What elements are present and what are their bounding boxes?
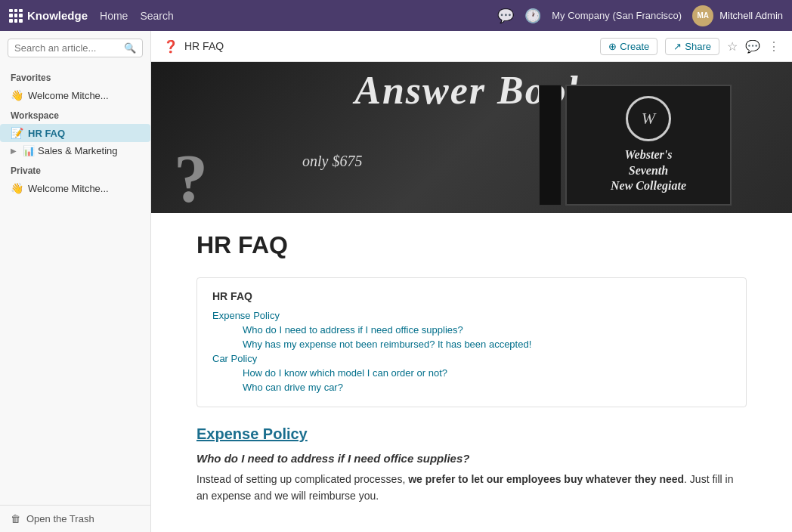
grid-icon: [9, 9, 23, 23]
star-icon[interactable]: ☆: [727, 39, 738, 54]
content-area: ❓ HR FAQ ⊕ Create ↗ Share ☆ 💬 ⋮ Answe: [151, 31, 792, 532]
chart-icon: 📊: [23, 145, 35, 156]
book-emblem: W: [626, 96, 671, 141]
toc-title: HR FAQ: [212, 290, 731, 302]
sidebar-item-label: Sales & Marketing: [38, 145, 118, 156]
sidebar-item-label: Welcome Mitche...: [28, 90, 109, 101]
sidebar-content: Favorites 👋 Welcome Mitche... Workspace …: [0, 63, 150, 505]
create-button[interactable]: ⊕ Create: [600, 38, 657, 55]
sidebar-search-container: 🔍: [0, 31, 150, 63]
article-actions: ⊕ Create ↗ Share ☆ 💬 ⋮: [600, 38, 780, 55]
pencil-icon: 📝: [11, 127, 23, 139]
app-logo[interactable]: Knowledge: [9, 9, 88, 23]
sidebar-item-welcome-fav[interactable]: 👋 Welcome Mitche...: [0, 86, 150, 104]
article-header-bar: ❓ HR FAQ ⊕ Create ↗ Share ☆ 💬 ⋮: [151, 31, 792, 62]
trash-label: Open the Trash: [26, 513, 94, 524]
toc-item[interactable]: How do I know which model I can order or…: [212, 366, 731, 380]
breadcrumb: HR FAQ: [184, 40, 594, 52]
open-trash-button[interactable]: 🗑 Open the Trash: [0, 505, 150, 532]
app-name: Knowledge: [27, 9, 88, 22]
toc-item[interactable]: Why has my expense not been reimbursed? …: [212, 337, 731, 351]
search-icon[interactable]: 🔍: [124, 42, 136, 54]
search-input[interactable]: [14, 42, 121, 54]
company-name[interactable]: My Company (San Francisco): [552, 10, 682, 21]
section-expense-policy[interactable]: Expense Policy: [196, 425, 747, 443]
help-icon: ❓: [163, 39, 178, 54]
comment-icon[interactable]: 💬: [745, 39, 760, 54]
subsection1-text: Instead of setting up complicated proces…: [196, 471, 747, 505]
nav-home[interactable]: Home: [100, 10, 128, 22]
workspace-section-label: Workspace: [0, 104, 150, 124]
question-mark: ?: [174, 145, 208, 213]
messages-icon[interactable]: 💬: [497, 8, 514, 24]
sidebar-item-label: HR FAQ: [28, 128, 65, 139]
toc-item[interactable]: Car Policy: [212, 351, 731, 366]
book-spine: [539, 85, 562, 206]
hero-book-body: W Webster's Seventh New Collegiate: [565, 85, 732, 206]
toc-item[interactable]: Expense Policy: [212, 308, 731, 323]
favorites-section-label: Favorites: [0, 66, 150, 86]
article-wrapper: HR FAQ HR FAQ Expense Policy Who do I ne…: [151, 213, 792, 532]
share-label: Share: [685, 41, 711, 52]
article-title: HR FAQ: [196, 231, 747, 259]
nav-right: 💬 🕐 My Company (San Francisco) MA Mitche…: [497, 5, 783, 26]
private-section-label: Private: [0, 159, 150, 179]
sidebar: 🔍 Favorites 👋 Welcome Mitche... Workspac…: [0, 31, 151, 532]
hero-price: only $675: [302, 153, 362, 170]
sidebar-item-hr-faq[interactable]: 📝 HR FAQ: [0, 124, 150, 142]
clock-icon[interactable]: 🕐: [524, 8, 541, 24]
sidebar-item-label: Welcome Mitche...: [28, 183, 109, 194]
more-icon[interactable]: ⋮: [768, 39, 780, 54]
hero-canvas: Answer Book W Webster's Seventh New Coll…: [151, 62, 792, 213]
plus-icon: ⊕: [608, 41, 617, 52]
top-nav: Knowledge Home Search 💬 🕐 My Company (Sa…: [0, 0, 792, 31]
share-icon: ↗: [673, 41, 682, 52]
nav-search[interactable]: Search: [140, 10, 173, 22]
toc-box: HR FAQ Expense Policy Who do I need to a…: [196, 277, 747, 407]
create-label: Create: [620, 41, 649, 52]
subsection1-heading: Who do I need to address if I need offic…: [196, 452, 747, 465]
wave-icon-private: 👋: [11, 182, 23, 194]
hero-image: Answer Book W Webster's Seventh New Coll…: [151, 62, 792, 213]
trash-icon: 🗑: [11, 513, 20, 524]
book-subtitle: Webster's Seventh New Collegiate: [611, 147, 686, 194]
share-button[interactable]: ↗ Share: [665, 38, 719, 55]
username: Mitchell Admin: [719, 10, 783, 21]
main-layout: 🔍 Favorites 👋 Welcome Mitche... Workspac…: [0, 31, 792, 532]
article-content: HR FAQ HR FAQ Expense Policy Who do I ne…: [151, 213, 792, 523]
wave-icon: 👋: [11, 89, 23, 101]
avatar: MA: [692, 5, 713, 26]
sidebar-item-welcome-private[interactable]: 👋 Welcome Mitche...: [0, 179, 150, 197]
user-menu[interactable]: MA Mitchell Admin: [692, 5, 783, 26]
sidebar-item-sales-marketing[interactable]: ▶ 📊 Sales & Marketing: [0, 142, 150, 159]
search-box[interactable]: 🔍: [8, 39, 143, 57]
toc-item[interactable]: Who can drive my car?: [212, 380, 731, 394]
toc-item[interactable]: Who do I need to address if I need offic…: [212, 323, 731, 337]
toggle-arrow-icon: ▶: [11, 147, 20, 155]
